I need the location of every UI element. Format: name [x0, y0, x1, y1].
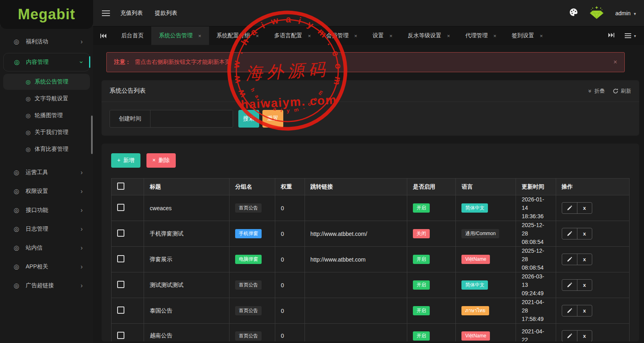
alert-close-icon[interactable]: ×: [614, 59, 617, 66]
edit-row-button[interactable]: [562, 228, 577, 239]
tab-item[interactable]: 系统公告管理×: [151, 26, 209, 45]
sidebar-item-label: 内容管理: [26, 59, 49, 66]
weight-cell: 0: [275, 221, 305, 247]
announcement-panel: 系统公告列表 » 折叠 刷新 创建时间 搜索: [102, 80, 639, 136]
delete-row-button[interactable]: x: [577, 305, 592, 316]
edit-row-button[interactable]: [562, 254, 577, 265]
add-button[interactable]: +新增: [111, 153, 140, 168]
group-badge: 电脑弹窗: [235, 255, 262, 264]
tab-close-icon[interactable]: ×: [494, 33, 497, 39]
language-badge: 通用/Common: [461, 229, 499, 238]
edit-row-button[interactable]: [562, 203, 577, 213]
language-badge: 简体中文: [461, 280, 488, 290]
delete-button[interactable]: ×删除: [146, 153, 176, 168]
sidebar-subitem[interactable]: ◎文字导航设置: [3, 91, 90, 107]
sidebar-subitem[interactable]: ◎关于我们管理: [3, 124, 90, 140]
enabled-badge[interactable]: 开启: [413, 306, 430, 315]
tab-item[interactable]: 反水等级设置×: [400, 26, 458, 45]
updated-time: 18:36:36: [522, 212, 550, 221]
sidebar-item[interactable]: ◎福利活动›: [3, 33, 90, 51]
title-cell: 测试测试测试: [144, 272, 230, 298]
tab-close-icon[interactable]: ×: [256, 33, 259, 39]
enabled-badge[interactable]: 开启: [413, 255, 430, 264]
tab-close-icon[interactable]: ×: [354, 33, 358, 39]
tab-close-icon[interactable]: ×: [540, 33, 543, 39]
panel-header: 系统公告列表 » 折叠 刷新: [102, 80, 639, 102]
title-cell: 泰国公告: [144, 298, 230, 324]
tab-close-icon[interactable]: ×: [198, 33, 201, 39]
reset-button[interactable]: 重置: [262, 110, 283, 128]
menu-bullet-icon: ◎: [26, 79, 30, 85]
row-checkbox[interactable]: [117, 255, 124, 262]
sidebar-item[interactable]: ◎广告超链接›: [3, 277, 90, 294]
enabled-badge[interactable]: 关闭: [413, 229, 430, 238]
sidebar-item[interactable]: ◎接口功能›: [3, 201, 90, 219]
delete-row-button[interactable]: x: [577, 280, 592, 290]
user-menu[interactable]: admin ▾: [615, 10, 636, 16]
tab-options-menu-icon[interactable]: ▾: [625, 33, 636, 38]
group-cell: 首页公告: [230, 298, 275, 324]
row-checkbox[interactable]: [117, 204, 124, 211]
enabled-badge[interactable]: 开启: [413, 280, 430, 290]
sidebar-item[interactable]: ◎运营工具›: [3, 164, 90, 181]
tab-item[interactable]: 会员管理×: [319, 26, 365, 45]
top-menu-item[interactable]: 充值列表: [120, 10, 143, 17]
tab-item[interactable]: 系统配置分组×: [209, 26, 267, 45]
panel-tools: » 折叠 刷新: [589, 87, 631, 95]
language-badge: ViệtName: [461, 331, 490, 341]
scroll-tabs-start-icon[interactable]: [93, 26, 114, 45]
sidebar-item[interactable]: ◎日志管理›: [3, 220, 90, 238]
edit-row-button[interactable]: [562, 331, 577, 341]
collapse-button[interactable]: » 折叠: [589, 87, 605, 95]
tab-label: 设置: [372, 32, 384, 39]
tab-item[interactable]: 多语言配置×: [266, 26, 319, 45]
row-checkbox[interactable]: [117, 281, 124, 288]
sidebar-subitem[interactable]: ◎轮播图管理: [3, 108, 90, 124]
theme-palette-icon[interactable]: [569, 8, 578, 18]
table-header-cell: 权重: [275, 179, 305, 195]
sidebar-item[interactable]: ◎站内信›: [3, 239, 90, 257]
select-all-checkbox[interactable]: [117, 183, 124, 190]
action-button-group: x: [562, 202, 592, 214]
created-time-input[interactable]: [150, 110, 233, 127]
sidebar-toggle-icon[interactable]: [102, 10, 110, 16]
sidebar-subitem-label: 轮播图管理: [35, 112, 63, 119]
sidebar-item[interactable]: ◎内容管理›: [4, 53, 89, 71]
enabled-badge[interactable]: 开启: [413, 203, 430, 213]
menu-bullet-icon: ◎: [26, 130, 30, 135]
sidebar-scrollbar[interactable]: [91, 116, 93, 154]
sidebar-item[interactable]: ◎APP相关›: [3, 258, 90, 276]
actions-cell: x: [556, 221, 629, 247]
row-checkbox-cell: [112, 195, 144, 221]
row-checkbox[interactable]: [117, 306, 124, 314]
tab-item[interactable]: 签到设置×: [504, 26, 551, 45]
tab-item[interactable]: 代理管理×: [458, 26, 504, 45]
delete-row-button[interactable]: x: [577, 203, 592, 213]
refresh-button[interactable]: 刷新: [613, 87, 631, 95]
sidebar-subitem[interactable]: ◎系统公告管理: [3, 74, 90, 90]
logo[interactable]: Megabit: [0, 0, 93, 29]
row-checkbox[interactable]: [117, 332, 124, 339]
table-row: 手机弹窗测试手机弹窗0http://www.atbbet.com/关闭通用/Co…: [112, 221, 630, 247]
enabled-cell: 开启: [407, 195, 456, 221]
delete-row-button[interactable]: x: [577, 228, 592, 239]
search-button[interactable]: 搜索: [238, 110, 259, 128]
scroll-tabs-end-icon[interactable]: [608, 32, 614, 39]
group-cell: 首页公告: [230, 272, 275, 298]
tab-item[interactable]: 设置×: [365, 26, 400, 45]
edit-row-button[interactable]: [562, 280, 577, 290]
edit-row-button[interactable]: [562, 305, 577, 316]
gem-icon[interactable]: [589, 5, 605, 21]
top-menu-item[interactable]: 提款列表: [155, 10, 177, 17]
tab-close-icon[interactable]: ×: [308, 33, 311, 39]
sidebar-item[interactable]: ◎权限设置›: [3, 183, 90, 200]
tab-close-icon[interactable]: ×: [389, 33, 392, 39]
tab-item[interactable]: 后台首页: [114, 26, 151, 45]
row-checkbox[interactable]: [117, 229, 124, 237]
enabled-badge[interactable]: 开启: [413, 331, 430, 341]
weight-cell: 0: [275, 324, 305, 342]
tab-close-icon[interactable]: ×: [447, 33, 450, 39]
delete-row-button[interactable]: x: [577, 331, 592, 341]
delete-row-button[interactable]: x: [577, 254, 592, 265]
sidebar-subitem[interactable]: ◎体育比赛管理: [3, 141, 90, 157]
